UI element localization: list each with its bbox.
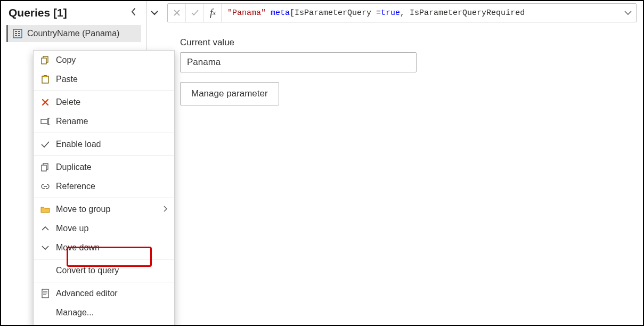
ctx-paste[interactable]: Paste xyxy=(34,70,174,89)
formula-text[interactable]: "Panama" meta [IsParameterQuery = true, … xyxy=(222,4,620,22)
query-item-label: CountryName (Panama) xyxy=(27,29,119,38)
delete-icon xyxy=(38,98,53,107)
parameter-icon xyxy=(12,28,23,39)
manage-parameter-button[interactable]: Manage parameter xyxy=(180,82,279,105)
sidebar-collapse-button[interactable] xyxy=(128,5,139,20)
chevron-right-icon xyxy=(162,205,168,214)
ctx-enable-load[interactable]: Enable load xyxy=(34,135,174,154)
fx-icon[interactable]: fx xyxy=(204,4,222,22)
ctx-copy[interactable]: Copy xyxy=(34,51,174,70)
svg-rect-10 xyxy=(44,76,47,77)
svg-rect-17 xyxy=(42,289,48,298)
ctx-convert-to-query[interactable]: Convert to query xyxy=(34,261,174,280)
ctx-advanced-editor[interactable]: Advanced editor xyxy=(34,284,174,303)
ctx-move-to-group[interactable]: Move to group xyxy=(34,200,174,219)
svg-rect-6 xyxy=(18,35,20,36)
current-value-label: Current value xyxy=(180,37,643,48)
query-item-countryname[interactable]: CountryName (Panama) xyxy=(6,25,141,42)
svg-rect-1 xyxy=(15,31,17,32)
queries-title: Queries [1] xyxy=(9,6,67,19)
svg-rect-5 xyxy=(18,33,20,34)
copy-icon xyxy=(38,55,53,65)
formula-bar: fx "Panama" meta [IsParameterQuery = tru… xyxy=(167,3,637,22)
ctx-duplicate[interactable]: Duplicate xyxy=(34,158,174,177)
ctx-delete[interactable]: Delete xyxy=(34,93,174,112)
current-value-input[interactable] xyxy=(180,52,417,72)
main-area: fx "Panama" meta [IsParameterQuery = tru… xyxy=(147,1,643,325)
move-up-icon xyxy=(38,225,53,232)
svg-rect-4 xyxy=(18,31,20,32)
svg-rect-8 xyxy=(42,58,46,64)
reference-icon xyxy=(38,183,53,190)
formula-commit-button[interactable] xyxy=(186,4,204,22)
ctx-rename[interactable]: Rename xyxy=(34,112,174,131)
svg-rect-11 xyxy=(41,119,47,124)
queries-sidebar: Queries [1] CountryName (Panama) Copy xyxy=(1,1,147,325)
paste-icon xyxy=(38,75,53,84)
query-context-menu: Copy Paste Delete Rename Enable lo xyxy=(33,50,175,326)
ctx-reference[interactable]: Reference xyxy=(34,177,174,196)
ctx-move-up[interactable]: Move up xyxy=(34,219,174,238)
checkmark-icon xyxy=(38,141,53,148)
formula-cancel-button[interactable] xyxy=(168,4,186,22)
svg-rect-2 xyxy=(15,33,17,34)
duplicate-icon xyxy=(38,162,53,172)
ctx-move-down[interactable]: Move down xyxy=(34,238,174,257)
move-down-icon xyxy=(38,244,53,251)
ctx-manage[interactable]: Manage... xyxy=(34,303,174,322)
formula-dropdown-button[interactable] xyxy=(147,3,162,22)
svg-rect-0 xyxy=(13,29,22,38)
formula-expand-button[interactable] xyxy=(620,4,636,22)
folder-icon xyxy=(38,206,53,214)
svg-rect-16 xyxy=(42,165,46,171)
svg-rect-3 xyxy=(15,35,17,36)
rename-icon xyxy=(38,117,53,126)
advanced-editor-icon xyxy=(38,289,53,298)
